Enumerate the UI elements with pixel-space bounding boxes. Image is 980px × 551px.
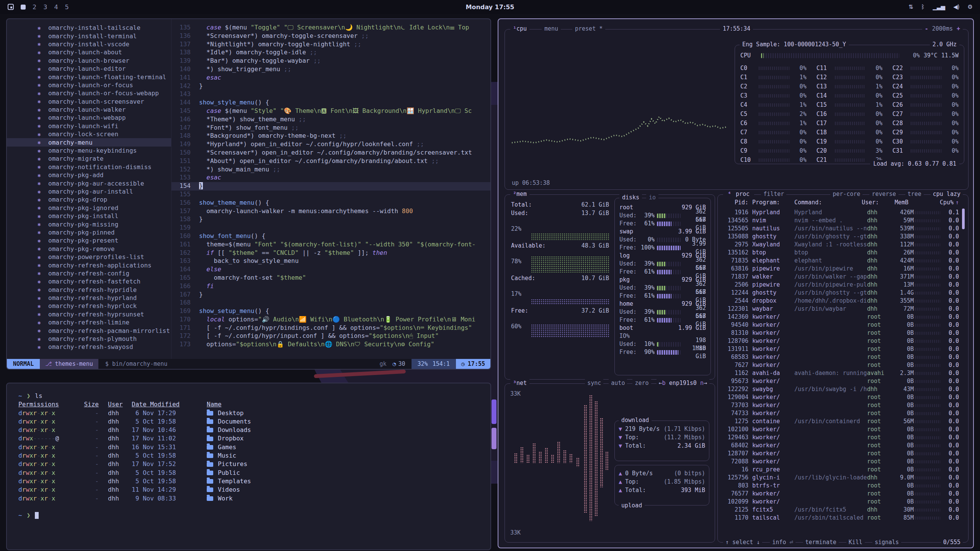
- file-item[interactable]: ✱omarchy-refresh-hyprlock: [7, 302, 171, 310]
- process-row[interactable]: 2125fcitx5/usr/bin/fcitx5dhh30M0.0: [722, 506, 959, 514]
- process-row[interactable]: 135162btopbtopdhh26M0.0: [722, 249, 959, 257]
- workspace-occupied-icon[interactable]: [21, 5, 26, 10]
- workspace-5[interactable]: 5: [65, 3, 69, 11]
- file-item[interactable]: ✱omarchy-pkg-drop: [7, 196, 171, 204]
- file-item[interactable]: ✱omarchy-install-tailscale: [7, 24, 171, 32]
- process-row[interactable]: 134565nvimnvim --embed .dhh59M0.0: [722, 217, 959, 225]
- process-row[interactable]: 1170tailscal/usr/sbin/tailscaled --root8…: [722, 514, 959, 522]
- file-item[interactable]: ✱omarchy-launch-editor: [7, 65, 171, 73]
- file-item[interactable]: ✱omarchy-migrate: [7, 155, 171, 163]
- git-branch[interactable]: ⎇themes-menu: [40, 359, 98, 369]
- btop-menu-button[interactable]: menu: [542, 25, 561, 33]
- process-row[interactable]: 128707kworker/root0B0.0: [722, 450, 959, 458]
- file-item[interactable]: ✱omarchy-refresh-config: [7, 269, 171, 277]
- file-item[interactable]: ✱omarchy-pkg-aur-install: [7, 187, 171, 196]
- file-item[interactable]: ✱omarchy-refresh-fastfetch: [7, 277, 171, 285]
- process-row[interactable]: 131911kworker/root0B0.0: [722, 345, 959, 353]
- file-item[interactable]: ✱omarchy-launch-webapp: [7, 114, 171, 122]
- workspace-3[interactable]: 3: [43, 3, 47, 11]
- file-item[interactable]: ✱omarchy-menu: [7, 138, 171, 146]
- file-item[interactable]: ✱omarchy-refresh-hyprland: [7, 294, 171, 302]
- process-row[interactable]: 63816pipewire/usr/bin/pipewiredhh16M0.0: [722, 265, 959, 273]
- process-row[interactable]: 1162avahi-daavahi-daemon: running [avahi…: [722, 369, 959, 377]
- process-row[interactable]: 1916HyprlandHyprlanddhh426M0.1: [722, 209, 959, 217]
- file-item[interactable]: ✱omarchy-pkg-add: [7, 171, 171, 179]
- topbar-clock[interactable]: Monday 17:55: [466, 3, 514, 11]
- process-row[interactable]: 2506pipewire/usr/bin/pipewire-pulsedhh13…: [722, 281, 959, 289]
- proc-percore-toggle[interactable]: per-core: [830, 190, 862, 198]
- process-row[interactable]: 128706kworker/root0B0.0: [722, 337, 959, 345]
- volume-icon[interactable]: ◀): [953, 3, 959, 10]
- process-row[interactable]: 129463kworker/root0B0.0: [722, 434, 959, 442]
- file-item[interactable]: ✱omarchy-install-vscode: [7, 40, 171, 48]
- workspace-active-icon[interactable]: [8, 4, 14, 10]
- footer-action[interactable]: terminate: [803, 538, 839, 546]
- process-row[interactable]: 74733kworker/root0B0.0: [722, 409, 959, 417]
- file-item[interactable]: ✱omarchy-refresh-hypridle: [7, 286, 171, 294]
- process-row[interactable]: 125756glycin-i/usr/lib/glycin-loadersdhh…: [722, 474, 959, 482]
- footer-action[interactable]: signals: [872, 538, 901, 546]
- file-item[interactable]: ✱omarchy-refresh-hyprsunset: [7, 310, 171, 318]
- update-arrows-icon[interactable]: ⇅: [908, 3, 913, 10]
- process-row[interactable]: 76577kworker/root0B0.0: [722, 490, 959, 498]
- file-item[interactable]: ✱omarchy-lock-screen: [7, 130, 171, 138]
- btop-preset-button[interactable]: preset *: [572, 25, 605, 33]
- net-tab-auto[interactable]: auto: [609, 379, 627, 387]
- process-row[interactable]: 16rcu_preeroot0B0.0: [722, 466, 959, 474]
- process-row[interactable]: 81310kworker/root0B0.0: [722, 329, 959, 337]
- process-row[interactable]: 12244ghostty/usr/bin/ghostty --gtk-dhh1.…: [722, 289, 959, 297]
- process-row[interactable]: 125505nautilus/usr/bin/nautilus --newdhh…: [722, 225, 959, 233]
- process-row[interactable]: 2544dropbox/home/dhh/.dropbox-distdhh355…: [722, 297, 959, 305]
- terminal-window[interactable]: ~ ❯ ls Permissions Size User Date Modifi…: [6, 383, 491, 550]
- file-item[interactable]: ✱omarchy-launch-or-focus-webapp: [7, 89, 171, 97]
- process-row[interactable]: 7627kworker/root0B0.0: [722, 361, 959, 369]
- cpu-box-title[interactable]: ¹cpu: [510, 25, 529, 33]
- process-row[interactable]: 142360kworker/root0B0.0: [722, 313, 959, 321]
- proc-box-title[interactable]: ⁴proc: [723, 190, 754, 198]
- file-item[interactable]: ✱omarchy-menu-keybindings: [7, 147, 171, 155]
- file-item[interactable]: ✱omarchy-launch-screensaver: [7, 98, 171, 106]
- process-row[interactable]: 95673kworker/root0B0.0: [722, 377, 959, 385]
- net-interface[interactable]: ←b enp191s0 n→: [657, 379, 709, 387]
- prompt-line-2[interactable]: ~ ❯: [18, 511, 479, 520]
- file-item[interactable]: ✱omarchy-refresh-plymouth: [7, 335, 171, 343]
- process-row[interactable]: 73703kworker/root0B0.0: [722, 401, 959, 409]
- gear-icon[interactable]: ⚙: [968, 3, 972, 10]
- proc-scrollbar-thumb[interactable]: [962, 209, 965, 229]
- process-row[interactable]: 102099kworker/root0B0.0: [722, 498, 959, 506]
- process-row[interactable]: 2975XwaylandXwayland :1 -rootless -dhh11…: [722, 241, 959, 249]
- file-item[interactable]: ✱omarchy-refresh-swayosd: [7, 343, 171, 351]
- bluetooth-icon[interactable]: ᛒ: [921, 3, 924, 10]
- footer-action[interactable]: ↑ select ↓: [723, 538, 762, 546]
- disks-tab[interactable]: disks: [619, 194, 642, 202]
- file-item[interactable]: ✱omarchy-launch-or-focus: [7, 81, 171, 89]
- file-item[interactable]: ✱omarchy-refresh-applications: [7, 261, 171, 269]
- file-item[interactable]: ✱omarchy-notification-dismiss: [7, 163, 171, 171]
- net-tab-zero[interactable]: zero: [632, 379, 651, 387]
- proc-tree-toggle[interactable]: tree: [905, 190, 924, 198]
- interval-increase-button[interactable]: +: [957, 25, 960, 33]
- process-row[interactable]: 71835elephantelephantdhh424M0.0: [722, 257, 959, 265]
- process-row[interactable]: 94540kworker/root0B0.0: [722, 321, 959, 329]
- process-row[interactable]: 102100kworker/root0B0.0: [722, 425, 959, 434]
- process-row[interactable]: 122292swaybg/usr/bin/swaybg -i /homdhh43…: [722, 385, 959, 393]
- footer-action[interactable]: info ⏎: [770, 538, 795, 546]
- io-tab[interactable]: io: [646, 194, 658, 202]
- file-item[interactable]: ✱omarchy-pkg-aur-accessible: [7, 179, 171, 187]
- file-item[interactable]: ✱omarchy-launch-floating-terminal: [7, 73, 171, 81]
- file-item[interactable]: ✱omarchy-pkg-present: [7, 236, 171, 245]
- workspace-4[interactable]: 4: [54, 3, 58, 11]
- file-item[interactable]: ✱omarchy-pkg-install: [7, 212, 171, 220]
- file-item[interactable]: ✱omarchy-install-terminal: [7, 32, 171, 40]
- process-row[interactable]: 71837walker/usr/bin/walker --gappldhh371…: [722, 273, 959, 281]
- proc-reverse-toggle[interactable]: reverse: [869, 190, 898, 198]
- process-row[interactable]: 129004kworker/root0B0.0: [722, 393, 959, 401]
- file-item[interactable]: ✱omarchy-launch-about: [7, 48, 171, 56]
- process-row[interactable]: 803btrfs-trroot0B0.0: [722, 482, 959, 490]
- file-item[interactable]: ✱omarchy-launch-browser: [7, 57, 171, 65]
- file-item[interactable]: ✱omarchy-launch-walker: [7, 106, 171, 114]
- process-row[interactable]: 122301waybar/usr/bin/waybardhh72M0.0: [722, 305, 959, 313]
- file-item[interactable]: ✱omarchy-powerprofiles-list: [7, 253, 171, 261]
- net-tab-sync[interactable]: sync: [585, 379, 603, 387]
- file-item[interactable]: ✱omarchy-pkg-missing: [7, 220, 171, 228]
